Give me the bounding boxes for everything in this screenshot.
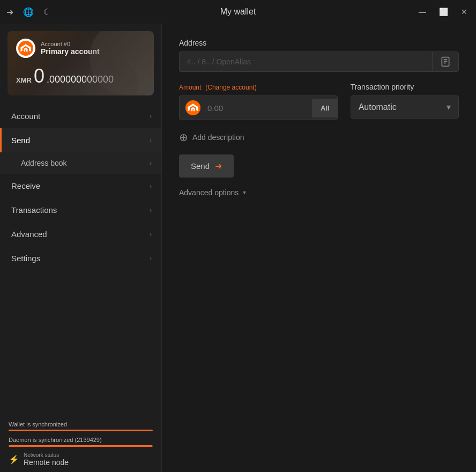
moon-icon[interactable]: ☾ [43,7,51,17]
amount-column: Amount (Change account) All [179,83,338,120]
advanced-options-row[interactable]: Advanced options ▾ [179,188,459,197]
maximize-button[interactable]: ⬜ [437,5,450,18]
close-button[interactable]: ✕ [459,5,470,18]
address-input-row [179,51,459,72]
chevron-right-icon: › [150,206,152,214]
all-button[interactable]: All [313,99,337,117]
account-name: Primary account [41,47,100,56]
window-title: My wallet [220,7,256,17]
network-status: ⚡ Network status Remote node [9,452,153,467]
bolt-icon: ⚡ [9,454,19,464]
priority-value: Automatic [359,102,397,112]
sidebar-item-transactions-label: Transactions [11,205,57,215]
address-input[interactable] [179,51,432,72]
minimize-button[interactable]: — [416,5,428,18]
send-button[interactable]: Send ➜ [179,154,234,178]
chevron-right-icon: › [150,182,152,190]
amount-input-row: All [179,95,338,120]
address-label: Address [179,39,459,47]
advanced-options-label: Advanced options [179,188,239,197]
sidebar: Account #0 Primary account XMR 0 .000000… [0,24,162,472]
address-book-button[interactable] [432,51,459,72]
amount-input[interactable] [204,98,313,118]
network-info: Network status Remote node [24,452,69,467]
add-description-label: Add description [192,133,244,142]
main-layout: Account #0 Primary account XMR 0 .000000… [0,24,476,472]
amount-priority-row: Amount (Change account) All [179,83,459,120]
account-header: Account #0 Primary account [16,39,145,58]
account-card[interactable]: Account #0 Primary account XMR 0 .000000… [8,31,154,95]
globe-icon[interactable]: 🌐 [23,7,34,17]
chevron-right-icon: › [150,159,152,167]
wallet-sync-bar [9,430,153,431]
daemon-sync-label: Daemon is synchronized (2139429) [9,437,153,443]
arrow-icon[interactable]: ➜ [6,7,13,17]
sidebar-item-send[interactable]: Send › [0,128,161,152]
daemon-sync-bar [9,445,153,447]
titlebar: ➜ 🌐 ☾ My wallet — ⬜ ✕ [0,0,476,24]
account-info: Account #0 Primary account [41,41,100,56]
balance-decimal: .000000000000 [47,74,114,85]
daemon-sync-bar-fill [9,445,153,447]
sidebar-item-settings-label: Settings [11,254,40,263]
sidebar-item-account[interactable]: Account › [0,104,161,128]
send-button-label: Send [191,161,210,171]
chevron-right-icon: › [150,231,152,238]
account-number: Account #0 [41,41,100,47]
balance-currency: XMR [16,76,32,84]
titlebar-controls: — ⬜ ✕ [416,5,470,18]
network-status-value: Remote node [24,458,69,467]
sync-area: Wallet is synchronized Daemon is synchro… [0,414,161,472]
sidebar-item-advanced-label: Advanced [11,230,47,239]
sidebar-item-settings[interactable]: Settings › [0,246,161,270]
monero-amount-logo [184,99,202,117]
sidebar-item-send-label: Send [11,136,30,145]
chevron-down-icon: ▾ [243,189,246,196]
sidebar-item-receive-label: Receive [11,181,40,190]
balance-row: XMR 0 .000000000000 [16,67,145,86]
priority-label: Transaction priority [351,83,459,91]
chevron-down-icon: ▾ [447,102,451,112]
add-description-row[interactable]: ⊕ Add description [179,132,459,143]
plus-circle-icon: ⊕ [179,132,188,143]
sidebar-item-receive[interactable]: Receive › [0,174,161,198]
sidebar-item-transactions[interactable]: Transactions › [0,198,161,222]
send-arrow-icon: ➜ [215,161,222,171]
sidebar-item-address-book[interactable]: Address book › [0,152,161,174]
sidebar-item-address-book-label: Address book [21,159,67,167]
wallet-sync-bar-fill [9,430,153,431]
chevron-right-icon: › [150,113,152,120]
amount-label: Amount (Change account) [179,83,338,91]
network-status-label: Network status [24,452,69,458]
titlebar-left-icons: ➜ 🌐 ☾ [6,7,51,17]
change-account-label[interactable]: (Change account) [205,84,256,91]
sidebar-item-account-label: Account [11,112,40,121]
priority-column: Transaction priority Automatic ▾ [351,83,459,119]
priority-dropdown[interactable]: Automatic ▾ [351,95,459,119]
sidebar-item-advanced[interactable]: Advanced › [0,222,161,246]
balance-integer: 0 [34,67,44,86]
content-area: Address Amount (Change account) [162,24,476,472]
chevron-right-icon: › [150,255,152,262]
chevron-right-icon: › [150,137,152,144]
wallet-sync-label: Wallet is synchronized [9,421,153,427]
monero-logo [16,39,35,58]
